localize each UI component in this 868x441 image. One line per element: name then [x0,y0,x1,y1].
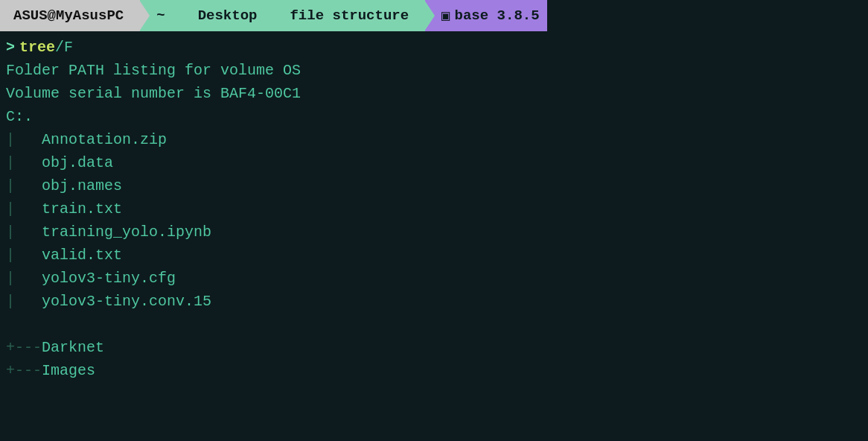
title-filestruct-segment: file structure [273,0,425,31]
file-name: obj.names [42,174,122,197]
tree-indent: | [6,267,42,290]
folder-name: Darknet [42,336,104,359]
tree-indent: | [6,220,42,244]
title-desktop-label: Desktop [198,7,258,24]
prompt-chevron-icon: > [6,36,15,59]
tree-spacer [6,313,862,336]
tree-content: | Annotation.zip| obj.data| obj.names| t… [6,128,862,382]
file-name: train.txt [42,197,122,220]
tree-branch: +--- [6,359,42,382]
title-user-label: ASUS@MyAsusPC [13,7,124,24]
file-name: obj.data [42,151,113,174]
tree-indent: | [6,151,42,174]
title-user-segment: ASUS@MyAsusPC [0,0,140,31]
title-bar: ASUS@MyAsusPC ~ Desktop file structure ▣… [0,0,868,31]
conda-icon: ▣ [441,7,450,25]
tree-file-item: | yolov3-tiny.cfg [6,267,862,290]
chevron-desktop-icon [272,0,283,31]
file-name: valid.txt [42,244,122,267]
tree-folders: +---Darknet+---Images [6,336,862,382]
tree-folder-item: +---Darknet [6,336,862,359]
tree-folder-item: +---Images [6,359,862,382]
command-args: /F [55,36,73,59]
tree-file-item: | obj.data [6,151,862,174]
file-name: Annotation.zip [42,128,167,151]
prompt-line: > tree /F [6,36,862,59]
title-conda-label: base 3.8.5 [455,7,540,24]
title-desktop-segment: Desktop [182,0,274,31]
terminal-window: ASUS@MyAsusPC ~ Desktop file structure ▣… [0,0,868,441]
tree-indent: | [6,244,42,267]
tree-indent: | [6,128,42,151]
tree-file-item: | valid.txt [6,244,862,267]
terminal-content[interactable]: > tree /F Folder PATH listing for volume… [0,31,868,441]
tree-file-item: | train.txt [6,197,862,220]
tree-indent: | [6,197,42,220]
tree-indent: | [6,174,42,197]
tree-file-item: | Annotation.zip [6,128,862,151]
tree-file-item: | yolov3-tiny.conv.15 [6,290,862,313]
chevron-filestruct-icon [424,0,435,31]
title-conda-segment: ▣ base 3.8.5 [425,0,546,31]
chevron-tilde-icon [181,0,191,31]
output-line3: C:. [6,105,862,128]
tree-indent: | [6,290,42,313]
folder-name: Images [42,359,95,382]
file-name: training_yolo.ipynb [42,220,211,244]
tree-files: | Annotation.zip| obj.data| obj.names| t… [6,128,862,313]
title-filestruct-label: file structure [290,7,409,24]
tree-file-item: | training_yolo.ipynb [6,220,862,244]
tree-branch: +--- [6,336,42,359]
file-name: yolov3-tiny.cfg [42,267,176,290]
tree-file-item: | obj.names [6,174,862,197]
output-line2: Volume serial number is BAF4-00C1 [6,82,862,105]
command-tree: tree [19,36,55,59]
file-name: yolov3-tiny.conv.15 [42,290,211,313]
output-line1: Folder PATH listing for volume OS [6,59,862,82]
title-tilde-label: ~ [156,7,165,24]
chevron-user-icon [139,0,150,31]
